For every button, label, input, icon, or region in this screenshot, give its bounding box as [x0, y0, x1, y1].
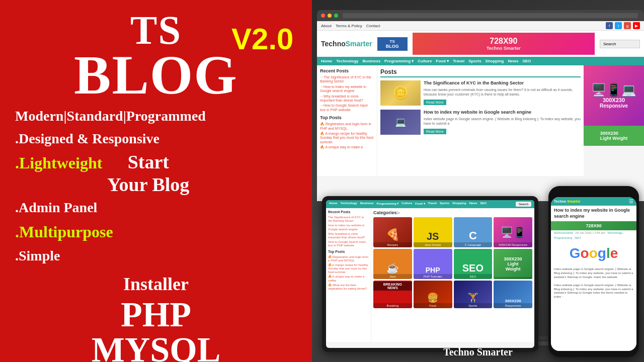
cat-light-label — [494, 277, 532, 279]
facebook-icon[interactable]: f — [606, 22, 613, 29]
cat-breaking[interactable]: BREAKINGNEWS Breaking — [373, 281, 412, 308]
cat-extra1[interactable]: 🍔 Food — [414, 281, 452, 308]
phone-screen: Techno Smarter ☰ How to index my website… — [551, 197, 636, 351]
right-panel: About Terms & Policy Contact f t g ▶ Tec… — [312, 0, 644, 362]
techno-smarter-label: Techno Smarter — [443, 346, 513, 358]
t-nav-prog[interactable]: Programming ▾ — [377, 202, 399, 207]
nav-home[interactable]: Home — [321, 59, 332, 63]
nav-shopping[interactable]: Shopping — [486, 59, 504, 63]
cat-extra3[interactable]: 300X230 Responsive — [494, 281, 532, 308]
post-thumb-2: 💻 — [380, 110, 421, 135]
nav-news[interactable]: News — [508, 59, 519, 63]
search-box[interactable]: Search — [600, 40, 640, 48]
cat-java-label: Java — [373, 274, 412, 279]
cat-recipes-label: Recipes — [373, 242, 412, 247]
t-nav-biz[interactable]: Business — [360, 202, 374, 207]
youtube-icon[interactable]: ▶ — [633, 22, 640, 29]
cat-php[interactable]: PHP PHP Tutorials — [414, 249, 452, 279]
top-post-2[interactable]: 🔥 A mango recipe for healthy Sunday that… — [320, 132, 374, 144]
t-nav-seo[interactable]: SEO — [480, 202, 487, 207]
nav-business[interactable]: Business — [363, 59, 381, 63]
t-nav-food[interactable]: Food ▾ — [415, 202, 425, 207]
tagline6: .Simple — [15, 245, 297, 267]
phone-excerpt2: Index website page in Google search engi… — [551, 283, 636, 300]
nav-travel[interactable]: Travel — [453, 59, 464, 63]
t-search[interactable]: Search — [516, 202, 531, 207]
desktop-browser: About Terms & Policy Contact f t g ▶ Tec… — [317, 10, 644, 201]
t-nav-sports[interactable]: Sports — [440, 202, 449, 207]
nav-seo[interactable]: SEO — [522, 59, 531, 63]
hamburger-icon[interactable]: ☰ — [629, 199, 633, 204]
sidebar-link-1[interactable]: →The Significance of KYC in the Banking … — [320, 75, 374, 84]
social-icons: f t g ▶ — [606, 22, 640, 29]
post-item-1: 🪙 The Significance of KYC in the Banking… — [380, 80, 581, 106]
blog-text: BLOG — [15, 50, 297, 100]
ts-blog-badge: TS BLOG — [377, 37, 408, 51]
features-list: Modern|Standard|Programmed .Designed & R… — [15, 105, 297, 267]
t-top-3[interactable]: 🔥 A unique way to make a coffee — [328, 275, 369, 282]
cat-c[interactable]: C C Language — [454, 217, 493, 247]
t-nav-shopping[interactable]: Shopping — [452, 202, 466, 207]
nav-technology[interactable]: Technology — [336, 59, 358, 63]
t-sidebar-1[interactable]: The Significance of KYC in the Banking S… — [328, 216, 369, 223]
sidebar-link-2[interactable]: →How to index my website in Google searc… — [320, 85, 374, 94]
nav-programming[interactable]: Programming ▾ — [384, 59, 414, 63]
top-post-3[interactable]: 🔥 A unique way to make a — [320, 145, 374, 149]
tablet-screen: Home Technology Business Programming ▾ C… — [326, 200, 534, 348]
tagline3: .Lightweight — [15, 150, 102, 176]
php-mysql: PHP MYSQL — [15, 297, 297, 362]
cat-seo[interactable]: SEO SEO — [454, 249, 493, 279]
top-post-1[interactable]: 🔥 Registration and login form in PHP and… — [320, 122, 374, 131]
terms-link[interactable]: Terms & Policy — [336, 24, 362, 28]
cat-java[interactable]: ☕ Java — [373, 249, 412, 279]
top-posts-title: Top Posts — [320, 115, 374, 120]
t-sidebar-3[interactable]: Why breakfast is more important than din… — [328, 232, 369, 239]
t-top-4[interactable]: 🔥 What are the best vegetables for eatin… — [328, 284, 369, 291]
laptop-image: 💻 — [380, 110, 421, 135]
read-more-1[interactable]: Read More — [424, 100, 446, 105]
sidebar-link-3[interactable]: →Why breakfast is more important than di… — [320, 95, 374, 103]
nav-food[interactable]: Food ▾ — [436, 59, 449, 63]
t-nav-tech[interactable]: Technology — [341, 202, 357, 207]
t-nav-news[interactable]: News — [469, 202, 477, 207]
cat-js-label: Java Scripts — [414, 242, 452, 247]
t-top-2[interactable]: 🔥 A mango recipe for healthy Sunday that… — [328, 263, 369, 275]
about-link[interactable]: About — [321, 24, 332, 28]
ad-banner: 728X90 Techno Smarter — [413, 33, 595, 55]
post1-title: The Significance of KYC in the Banking S… — [424, 80, 581, 86]
tablet-nav: Home Technology Business Programming ▾ C… — [326, 200, 534, 208]
phone-excerpt1: Index website page in Google search engi… — [551, 266, 636, 280]
contact-link[interactable]: Contact — [366, 24, 380, 28]
twitter-icon[interactable]: t — [615, 22, 622, 29]
tagline4: .Admin Panel — [15, 197, 297, 219]
cat-responsive-label: 300X230 Responsive — [494, 242, 532, 247]
cat-extra2[interactable]: 🏋 Sports — [454, 281, 493, 308]
post2-title: How to index my website in Google search… — [424, 110, 581, 115]
t-nav-home[interactable]: Home — [329, 202, 338, 207]
nav-culture[interactable]: Culture — [418, 59, 432, 63]
cat-recipes[interactable]: 🍕 Recipes — [373, 217, 412, 247]
phone-notch — [581, 191, 606, 195]
coins-image: 🪙 — [380, 80, 421, 106]
cat-light[interactable]: 300X230LightWeight — [494, 249, 532, 279]
ts-blog-title: TS BLOG V2.0 — [15, 10, 297, 100]
post2-excerpt: Index website page in Google search engi… — [424, 117, 581, 126]
sidebar-link-4[interactable]: →How to Google Search input box in PHP w… — [320, 104, 374, 112]
google-logo: Google — [551, 240, 636, 266]
t-nav-culture[interactable]: Culture — [401, 202, 412, 207]
cat-responsive[interactable]: 🖥️📱 300X230 Responsive — [494, 217, 532, 247]
cat-js[interactable]: JS Java Scripts — [414, 217, 452, 247]
post-thumb-1: 🪙 — [380, 80, 421, 106]
t-nav-travel[interactable]: Travel — [428, 202, 437, 207]
phone-logo: Techno Smarter — [554, 200, 581, 203]
google-icon[interactable]: g — [624, 22, 631, 29]
post-info-2: How to index my website in Google search… — [424, 110, 581, 135]
t-top-1[interactable]: 🔥 Registration and login form in PHP and… — [328, 255, 369, 262]
cat-seo-label: SEO — [454, 274, 493, 279]
read-more-2[interactable]: Read More — [424, 129, 446, 134]
cat-extra2-label: Sports — [454, 303, 493, 308]
phone-meta: technosmarter 29 Jun 2021 | 2:54 pm Tech… — [551, 230, 636, 240]
nav-sports[interactable]: Sports — [468, 59, 481, 63]
t-sidebar-2[interactable]: How to index my website in Google search… — [328, 224, 369, 231]
t-sidebar-4[interactable]: How to Google Search input box in PHP we… — [328, 240, 369, 247]
